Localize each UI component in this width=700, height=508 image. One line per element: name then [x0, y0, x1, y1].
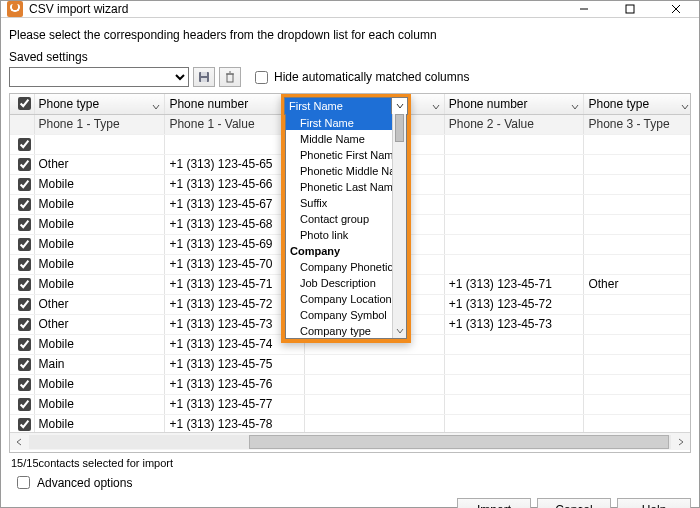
column-header-5[interactable]: Phone type: [584, 94, 690, 114]
svg-rect-5: [201, 72, 207, 76]
delete-settings-button[interactable]: [219, 67, 241, 87]
cell: [584, 414, 690, 432]
select-all-checkbox[interactable]: [18, 97, 31, 110]
row-checkbox[interactable]: [18, 198, 31, 211]
cell: Mobile: [34, 374, 165, 394]
advanced-options-label: Advanced options: [37, 476, 132, 490]
scroll-right-icon[interactable]: [672, 433, 690, 451]
dropdown-item[interactable]: Company type: [286, 322, 406, 338]
dropdown-item[interactable]: Job Description: [286, 274, 406, 290]
chevron-down-icon: [681, 100, 689, 114]
cell: [584, 174, 690, 194]
table-row[interactable]: Mobile+1 (313) 123-45-77: [10, 394, 690, 414]
chevron-down-icon[interactable]: [391, 98, 407, 114]
scroll-left-icon[interactable]: [10, 433, 28, 451]
hide-matched-label: Hide automatically matched columns: [274, 70, 469, 84]
dropdown-item[interactable]: Company Symbol: [286, 306, 406, 322]
cell: Other: [34, 294, 165, 314]
cell: [305, 394, 445, 414]
save-settings-button[interactable]: [193, 67, 215, 87]
row-checkbox[interactable]: [18, 278, 31, 291]
svg-rect-7: [227, 74, 233, 82]
cell: [444, 334, 584, 354]
cell: +1 (313) 123-45-71: [444, 274, 584, 294]
close-button[interactable]: [653, 1, 699, 17]
dropdown-item[interactable]: Company Phonetic Name: [286, 258, 406, 274]
cell: Mobile: [34, 274, 165, 294]
row-checkbox[interactable]: [18, 318, 31, 331]
status-text: 15/15contacts selected for import: [9, 453, 691, 471]
table-row[interactable]: Mobile+1 (313) 123-45-76: [10, 374, 690, 394]
dropdown-item[interactable]: Phonetic First Name: [286, 146, 406, 162]
row-checkbox[interactable]: [18, 338, 31, 351]
dropdown-item[interactable]: Suffix: [286, 194, 406, 210]
dropdown-item[interactable]: Photo link: [286, 226, 406, 242]
scroll-down-icon[interactable]: [393, 324, 406, 338]
column-header-4[interactable]: Phone number: [444, 94, 584, 114]
advanced-options-checkbox[interactable]: [17, 476, 30, 489]
cell: [305, 414, 445, 432]
header-dropdown-selected: First Name: [285, 98, 391, 114]
dropdown-item[interactable]: Contact group: [286, 210, 406, 226]
row-checkbox[interactable]: [18, 378, 31, 391]
cell: [34, 134, 165, 154]
subheader-1: Phone 1 - Type: [34, 114, 165, 134]
row-checkbox[interactable]: [18, 238, 31, 251]
row-checkbox[interactable]: [18, 418, 31, 431]
hide-matched-option[interactable]: Hide automatically matched columns: [251, 68, 469, 87]
column-header-5-label: Phone type: [588, 97, 649, 111]
scroll-thumb[interactable]: [395, 114, 404, 142]
row-checkbox[interactable]: [18, 138, 31, 151]
row-checkbox[interactable]: [18, 398, 31, 411]
cell: [584, 334, 690, 354]
cell: [584, 314, 690, 334]
app-icon: [7, 1, 23, 17]
column-header-1[interactable]: Phone type: [34, 94, 165, 114]
row-checkbox[interactable]: [18, 258, 31, 271]
cell: [584, 134, 690, 154]
maximize-button[interactable]: [607, 1, 653, 17]
minimize-button[interactable]: [561, 1, 607, 17]
cell: Mobile: [34, 414, 165, 432]
header-dropdown-list[interactable]: First NameMiddle NamePhonetic First Name…: [285, 114, 407, 339]
scroll-track[interactable]: [29, 435, 671, 449]
dropdown-item[interactable]: First Name: [286, 114, 406, 130]
row-checkbox[interactable]: [18, 178, 31, 191]
cancel-button[interactable]: Cancel: [537, 498, 611, 508]
dropdown-item[interactable]: Phonetic Middle Name: [286, 162, 406, 178]
column-header-2-label: Phone number: [169, 97, 248, 111]
row-checkbox[interactable]: [18, 218, 31, 231]
header-dropdown-field[interactable]: First Name: [284, 97, 408, 115]
cell: [444, 194, 584, 214]
subheader-5: Phone 3 - Type: [584, 114, 690, 134]
import-button[interactable]: Import: [457, 498, 531, 508]
cell: Mobile: [34, 234, 165, 254]
scroll-thumb[interactable]: [249, 435, 669, 449]
grid-container: Phone type Phone number First Name Phone…: [9, 93, 691, 453]
cell: [584, 294, 690, 314]
help-button[interactable]: Help: [617, 498, 691, 508]
cell: +1 (313) 123-45-72: [444, 294, 584, 314]
hide-matched-checkbox[interactable]: [255, 71, 268, 84]
table-row[interactable]: Mobile+1 (313) 123-45-78: [10, 414, 690, 432]
dropdown-scrollbar[interactable]: [392, 114, 406, 338]
cell: +1 (313) 123-45-76: [165, 374, 305, 394]
header-select-all[interactable]: [10, 94, 34, 114]
dropdown-item[interactable]: Company Location: [286, 290, 406, 306]
saved-settings-select[interactable]: [9, 67, 189, 87]
table-row[interactable]: Main+1 (313) 123-45-75: [10, 354, 690, 374]
cell: [584, 374, 690, 394]
advanced-options-row[interactable]: Advanced options: [9, 471, 691, 492]
cell: Mobile: [34, 174, 165, 194]
cell: +1 (313) 123-45-73: [444, 314, 584, 334]
horizontal-scrollbar[interactable]: [10, 432, 690, 450]
header-dropdown-highlight: First Name First NameMiddle NamePhonetic…: [281, 94, 411, 343]
row-checkbox[interactable]: [18, 358, 31, 371]
row-checkbox[interactable]: [18, 298, 31, 311]
cell: [444, 134, 584, 154]
row-checkbox[interactable]: [18, 158, 31, 171]
dropdown-item[interactable]: Middle Name: [286, 130, 406, 146]
dropdown-item[interactable]: Phonetic Last Name: [286, 178, 406, 194]
cell: [444, 234, 584, 254]
cell: Mobile: [34, 394, 165, 414]
